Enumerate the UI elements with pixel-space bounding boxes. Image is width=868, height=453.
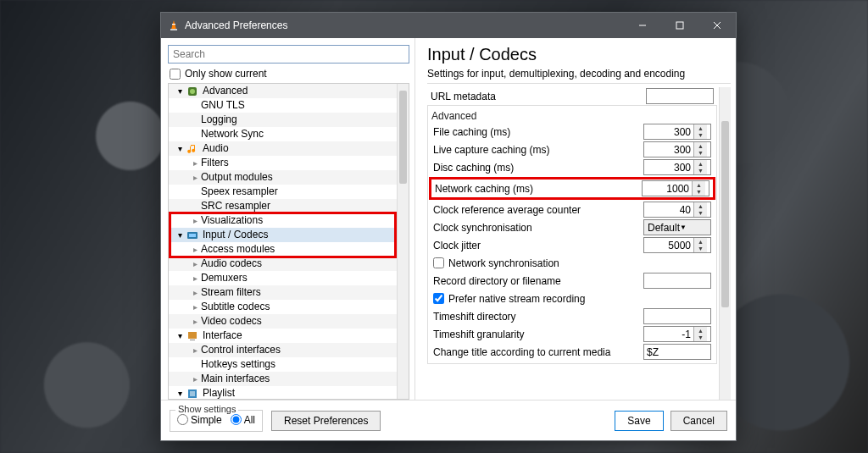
spin-up-icon[interactable]: ▲ — [694, 142, 707, 150]
svg-rect-1 — [170, 29, 177, 30]
row-live_caching: Live capture caching (ms)▲▼ — [430, 141, 715, 158]
row-change_title: Change title according to current media — [430, 343, 715, 361]
tree-item-filters[interactable]: Filters — [169, 156, 397, 170]
only-show-current-checkbox[interactable]: Only show current — [170, 68, 409, 80]
tree-item-main-interfaces[interactable]: Main interfaces — [169, 372, 397, 386]
spin-up-icon[interactable]: ▲ — [694, 160, 707, 168]
all-radio[interactable]: All — [231, 414, 255, 426]
tree-item-speex-resampler[interactable]: Speex resampler — [169, 185, 397, 199]
svg-rect-4 — [676, 22, 683, 29]
tree-item-demuxers[interactable]: Demuxers — [169, 271, 397, 285]
tree-item-visualizations[interactable]: Visualizations — [169, 213, 397, 228]
row-clock_ref: Clock reference average counter▲▼ — [430, 201, 715, 218]
tree-item-src-resampler[interactable]: SRC resampler — [169, 199, 397, 213]
iface-icon — [186, 329, 199, 343]
simple-radio[interactable]: Simple — [177, 414, 222, 426]
spin-down-icon[interactable]: ▼ — [694, 210, 707, 218]
page-subtitle: Settings for input, demultiplexing, deco… — [427, 68, 731, 84]
row-file_caching: File caching (ms)▲▼ — [430, 123, 715, 141]
svg-rect-2 — [172, 24, 175, 25]
maximize-button[interactable] — [661, 13, 698, 38]
tree-item-playlist[interactable]: Playlist — [169, 386, 397, 399]
page-title: Input / Codecs — [427, 45, 731, 64]
tree-item-control-interfaces[interactable]: Control interfaces — [169, 343, 397, 357]
spin-up-icon[interactable]: ▲ — [694, 327, 707, 334]
tree-item-audio[interactable]: Audio — [169, 141, 397, 156]
tree-item-gnu-tls[interactable]: GNU TLS — [169, 98, 397, 113]
tree-item-video-codecs[interactable]: Video codecs — [169, 314, 397, 329]
minimize-button[interactable] — [624, 13, 661, 38]
tree-item-audio-codecs[interactable]: Audio codecs — [169, 257, 397, 271]
svg-marker-0 — [171, 20, 176, 30]
row-ts_gran: Timeshift granularity▲▼ — [430, 325, 715, 343]
row-prefer_native: Prefer native stream recording — [430, 290, 715, 307]
row-net_sync: Network synchronisation — [430, 254, 715, 272]
chevron-down-icon: ▼ — [680, 224, 707, 231]
tree-scrollbar[interactable] — [397, 84, 409, 399]
gear-icon — [186, 85, 199, 98]
tree-view: AdvancedGNU TLSLoggingNetwork SyncAudioF… — [168, 83, 409, 400]
spin-down-icon[interactable]: ▼ — [694, 168, 707, 175]
spin-down-icon[interactable]: ▼ — [694, 132, 707, 140]
spin-down-icon[interactable]: ▼ — [694, 334, 707, 342]
search-input[interactable] — [168, 45, 409, 64]
row-net_caching: Network caching (ms)▲▼ — [431, 180, 713, 197]
spin-up-icon[interactable]: ▲ — [694, 124, 707, 132]
tree-item-output-modules[interactable]: Output modules — [169, 170, 397, 185]
tree-item-hotkeys-settings[interactable]: Hotkeys settings — [169, 357, 397, 372]
save-button[interactable]: Save — [615, 411, 663, 431]
row-ts_dir: Timeshift directory — [430, 307, 715, 325]
tree-item-logging[interactable]: Logging — [169, 113, 397, 127]
list-icon — [186, 387, 199, 400]
row-rec_dir: Record directory or filename — [430, 272, 715, 290]
left-panel: Only show current AdvancedGNU TLSLogging… — [161, 38, 415, 400]
row-disc_caching: Disc caching (ms)▲▼ — [430, 158, 715, 176]
tree-item-advanced[interactable]: Advanced — [169, 84, 397, 98]
reset-button[interactable]: Reset Preferences — [271, 411, 381, 431]
svg-point-8 — [190, 89, 195, 94]
tree-item-input-codecs[interactable]: Input / Codecs — [169, 228, 397, 242]
titlebar[interactable]: Advanced Preferences — [161, 13, 736, 38]
vlc-cone-icon — [168, 19, 180, 31]
svg-rect-12 — [190, 340, 195, 340]
panel-scrollbar[interactable] — [719, 87, 731, 400]
spin-down-icon[interactable]: ▼ — [694, 246, 707, 253]
svg-rect-11 — [188, 332, 197, 339]
tree-item-access-modules[interactable]: Access modules — [169, 242, 397, 257]
codec-icon — [186, 229, 199, 242]
tree-item-interface[interactable]: Interface — [169, 329, 397, 343]
spin-down-icon[interactable]: ▼ — [694, 150, 707, 157]
right-panel: Input / Codecs Settings for input, demul… — [415, 38, 736, 400]
spin-down-icon[interactable]: ▼ — [693, 189, 705, 196]
show-settings-group: Show settings Simple All — [170, 410, 263, 432]
cancel-button[interactable]: Cancel — [670, 411, 727, 431]
highlight-annotation: Network caching (ms)▲▼ — [429, 177, 715, 200]
tree-item-stream-filters[interactable]: Stream filters — [169, 285, 397, 300]
spin-up-icon[interactable]: ▲ — [693, 181, 705, 189]
spin-up-icon[interactable]: ▲ — [694, 238, 707, 246]
tree-item-network-sync[interactable]: Network Sync — [169, 127, 397, 141]
preferences-window: Advanced Preferences Only show current A… — [160, 12, 737, 441]
svg-rect-10 — [189, 234, 196, 237]
window-title: Advanced Preferences — [185, 19, 624, 31]
tree-item-subtitle-codecs[interactable]: Subtitle codecs — [169, 300, 397, 314]
note-icon — [186, 142, 199, 156]
spin-up-icon[interactable]: ▲ — [694, 202, 707, 210]
footer: Show settings Simple All Reset Preferenc… — [161, 400, 736, 440]
row-clock_jitter: Clock jitter▲▼ — [430, 236, 715, 254]
close-button[interactable] — [698, 13, 736, 38]
row-clock_sync: Clock synchronisationDefault▼ — [430, 218, 715, 236]
